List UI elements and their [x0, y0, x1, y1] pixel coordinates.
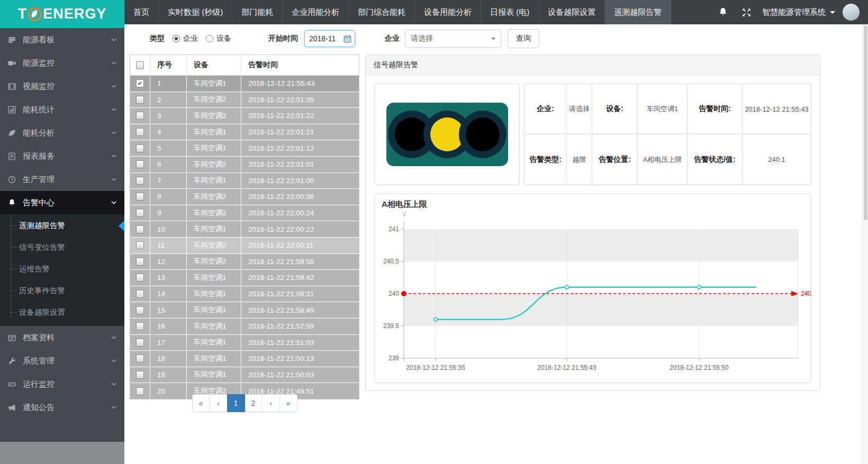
page-button[interactable]: « [192, 394, 210, 412]
row-checkbox[interactable] [136, 306, 144, 314]
row-checkbox[interactable] [136, 290, 144, 298]
cell-no: 9 [150, 205, 187, 221]
nav-item[interactable]: 部门综合能耗 [349, 0, 415, 24]
table-row[interactable]: 9车间空调22018-11-22 22:00:24 [130, 205, 359, 222]
search-button[interactable]: 查询 [508, 29, 539, 48]
table-row[interactable]: 14车间空调12018-11-22 21:59:31 [130, 286, 359, 303]
row-checkbox[interactable] [136, 339, 144, 347]
nav-item[interactable]: 企业用能分析 [283, 0, 349, 24]
sidebar-item[interactable]: 通知公告 [0, 396, 124, 419]
table-row[interactable]: 8车间空调22018-11-22 22:00:36 [130, 189, 359, 205]
sidebar-item[interactable]: 报表服务 [0, 144, 124, 168]
leaf-icon [28, 7, 42, 21]
sidebar-item[interactable]: 告警中心 [0, 191, 124, 214]
row-checkbox[interactable] [136, 79, 144, 87]
row-checkbox[interactable] [136, 274, 144, 281]
row-checkbox[interactable] [136, 177, 144, 185]
system-title[interactable]: 智慧能源管理系统 [762, 7, 835, 17]
nav-item[interactable]: 首页 [124, 0, 159, 24]
svg-text:V: V [402, 211, 406, 218]
row-checkbox[interactable] [136, 241, 144, 249]
cell-no: 19 [150, 367, 187, 383]
table-row[interactable]: 15车间空调12018-11-22 21:58:49 [130, 302, 359, 319]
cell-device: 车间空调1 [187, 302, 241, 318]
select-all-checkbox[interactable] [136, 61, 144, 69]
row-checkbox[interactable] [136, 96, 144, 104]
bell-icon[interactable] [711, 7, 735, 17]
svg-text:240: 240 [388, 290, 399, 297]
table-row[interactable]: 19车间空调12018-11-22 21:50:03 [130, 367, 359, 384]
table-row[interactable]: 11车间空调22018-11-22 22:00:11 [130, 238, 359, 254]
nav-item[interactable]: 日报表 (电) [481, 0, 539, 24]
row-checkbox[interactable] [136, 225, 144, 233]
column-header[interactable]: 序号 [150, 55, 187, 75]
sidebar-item[interactable]: 生产管理 [0, 168, 124, 191]
table-row[interactable]: 2车间空调22018-11-22 22:01:35 [130, 92, 359, 108]
page-button[interactable]: 1 [227, 394, 245, 412]
company-select-value: 请选择 [411, 34, 433, 43]
table-row[interactable]: 6车间空调22018-11-22 22:01:01 [130, 157, 359, 173]
page-button[interactable]: » [279, 394, 297, 412]
column-header[interactable]: 设备 [187, 55, 241, 75]
fullscreen-icon[interactable] [735, 7, 758, 17]
brand-logo[interactable]: T ENERGY [0, 0, 124, 28]
sidebar-item[interactable]: 能源看板 [0, 28, 124, 51]
page-button[interactable]: ‹ [210, 394, 228, 412]
table-row[interactable]: 17车间空调12018-11-22 21:51:03 [130, 335, 359, 351]
table-row[interactable]: 1车间空调12018-12-12 21:55:43 [130, 76, 359, 92]
company-select[interactable]: 请选择 [405, 30, 501, 48]
column-header[interactable]: 告警时间 [241, 55, 359, 75]
sidebar-subitem[interactable]: 设备越限设置 [0, 302, 124, 323]
camera-icon [7, 58, 17, 68]
table-row[interactable]: 13车间空调12018-11-22 21:59:42 [130, 270, 359, 286]
sidebar-subitem[interactable]: 运维告警 [0, 258, 124, 280]
nav-item[interactable]: 设备用能分析 [415, 0, 481, 24]
avatar[interactable] [843, 4, 860, 21]
sidebar-item[interactable]: 运行监控 [0, 372, 124, 396]
scrollbar-thumb[interactable] [864, 25, 867, 220]
row-checkbox[interactable] [136, 144, 144, 152]
nav-item[interactable]: 实时数据 (秒级) [159, 0, 232, 24]
table-row[interactable]: 16车间空调12018-11-22 21:57:59 [130, 319, 359, 335]
sidebar-item[interactable]: 能耗分析 [0, 121, 124, 144]
sidebar-item[interactable]: 视频监控 [0, 75, 124, 98]
row-checkbox[interactable] [136, 193, 144, 201]
table-row[interactable]: 18车间空调12018-11-22 21:50:13 [130, 351, 359, 367]
row-checkbox[interactable] [136, 258, 144, 266]
start-time-input[interactable]: 2018-11 [304, 30, 355, 47]
row-checkbox[interactable] [136, 112, 144, 120]
cell-device: 车间空调2 [187, 92, 241, 108]
sidebar-subitem[interactable]: 信号变位告警 [0, 236, 124, 258]
table-row[interactable]: 12车间空调22018-11-22 21:59:58 [130, 254, 359, 270]
sidebar-item[interactable]: 系统管理 [0, 349, 124, 372]
row-checkbox[interactable] [136, 322, 144, 330]
sidebar-item[interactable]: 档案资料 [0, 326, 124, 349]
table-row[interactable]: 7车间空调12018-11-22 22:01:00 [130, 173, 359, 189]
row-checkbox[interactable] [136, 160, 144, 168]
tree-stub [11, 269, 17, 269]
sidebar-item[interactable]: 能耗统计 [0, 98, 124, 121]
row-checkbox[interactable] [136, 371, 144, 379]
table-row[interactable]: 4车间空调12018-11-22 22:01:21 [130, 124, 359, 141]
film-icon [7, 81, 17, 91]
radio-option[interactable]: 设备 [206, 34, 231, 43]
calendar-icon[interactable] [343, 35, 351, 43]
row-checkbox[interactable] [136, 209, 144, 217]
sidebar-subitem[interactable]: 历史事件告警 [0, 280, 124, 302]
row-checkbox[interactable] [136, 128, 144, 136]
sidebar-item[interactable]: 能源监控 [0, 51, 124, 75]
table-row[interactable]: 10车间空调12018-11-22 22:00:22 [130, 221, 359, 238]
nav-item[interactable]: 设备越限设置 [539, 0, 605, 24]
svg-text:241: 241 [388, 225, 399, 233]
page-button[interactable]: 2 [245, 394, 263, 412]
nav-item[interactable]: 部门能耗 [232, 0, 283, 24]
cell-no: 13 [150, 270, 187, 286]
sidebar-subitem[interactable]: 遥测越限告警 [0, 215, 124, 236]
table-row[interactable]: 5车间空调12018-11-22 22:01:12 [130, 140, 359, 157]
radio-option[interactable]: 企业 [173, 34, 198, 43]
nav-item[interactable]: 遥测越限告警 [605, 0, 671, 24]
page-button[interactable]: › [262, 394, 280, 412]
chevron-down-icon [111, 106, 117, 113]
table-row[interactable]: 3车间空调22018-11-22 22:01:22 [130, 108, 359, 124]
row-checkbox[interactable] [136, 354, 144, 362]
